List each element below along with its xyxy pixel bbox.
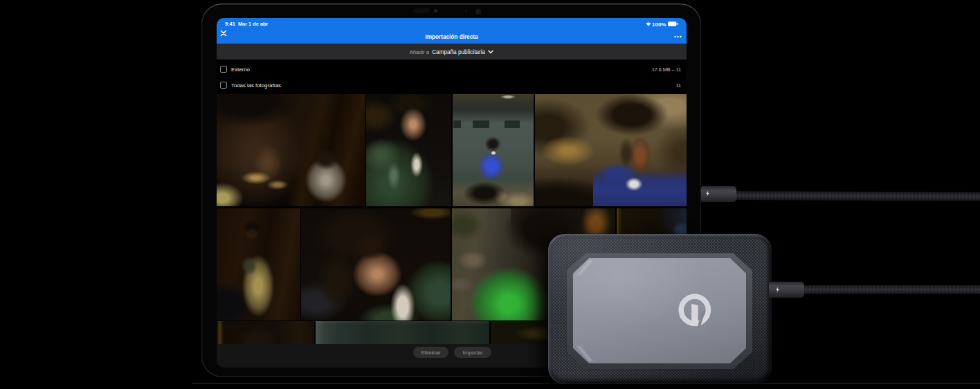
svg-text:100%: 100% (652, 21, 666, 27)
